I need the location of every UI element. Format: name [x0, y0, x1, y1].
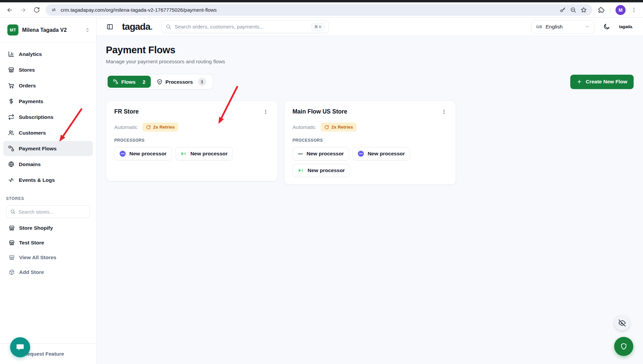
store-search-input[interactable]: [18, 209, 86, 215]
search-icon: [10, 209, 15, 214]
store-icon: [8, 67, 14, 73]
site-settings-icon[interactable]: [51, 7, 57, 13]
processor-label: New processor: [368, 151, 405, 157]
bookmark-star-icon[interactable]: [580, 7, 587, 13]
sidebar-toggle-icon[interactable]: [107, 23, 113, 30]
store-item-shopify[interactable]: Store Shopify: [6, 221, 90, 235]
sidebar-item-payment-flows[interactable]: Payment Flows: [3, 141, 93, 156]
page-title: Payment Flows: [106, 45, 634, 56]
store-icon: [9, 225, 15, 231]
sidebar-item-events-logs[interactable]: Events & Logs: [3, 172, 93, 188]
sidebar-item-label: Domains: [19, 161, 41, 167]
store-search[interactable]: [6, 205, 90, 218]
card-menu-icon[interactable]: [440, 108, 448, 116]
processors-heading: PROCESSORS: [293, 138, 448, 143]
tagada-logo[interactable]: tagada.: [122, 21, 152, 32]
search-icon: [166, 24, 171, 29]
logo-green-dot: .: [150, 21, 152, 32]
dark-mode-moon-icon[interactable]: [603, 23, 610, 30]
chat-widget-button[interactable]: [10, 337, 30, 357]
processors-heading: PROCESSORS: [114, 138, 269, 143]
store-item-label: View All Stores: [19, 254, 56, 261]
browser-tabstrip: [0, 0, 643, 2]
processor-chip[interactable]: New processor: [352, 147, 410, 160]
tab-bar: Flows 2 Processors 3: [106, 74, 213, 89]
browser-back-button[interactable]: [3, 4, 16, 16]
activity-icon: [8, 177, 14, 183]
content-area: Payment Flows Manage your payment proces…: [97, 36, 643, 364]
card-menu-icon[interactable]: [262, 108, 269, 116]
zoom-out-icon[interactable]: [570, 7, 576, 13]
stores-heading: STORES: [6, 196, 90, 201]
processor-chip[interactable]: New processor: [293, 164, 350, 177]
sidebar-item-payments[interactable]: Payments: [3, 94, 93, 109]
bar-chart-icon: [8, 51, 14, 57]
create-new-flow-button[interactable]: Create New Flow: [570, 75, 634, 89]
tab-flows[interactable]: Flows 2: [108, 76, 151, 88]
extensions-icon[interactable]: [598, 7, 604, 13]
sidebar-item-stores[interactable]: Stores: [3, 62, 93, 77]
store-item-view-all[interactable]: View All Stores: [6, 250, 90, 265]
org-name: Milena Tagada V2: [22, 27, 81, 33]
chevron-down-icon: [585, 24, 590, 29]
store-item-test-store[interactable]: Test Store: [6, 235, 90, 250]
flow-mode: Automatic: [293, 124, 316, 130]
tagada-mini-badge: tagada.: [619, 24, 633, 29]
tab-processors[interactable]: Processors 3: [151, 76, 211, 88]
processor-chip[interactable]: New processor: [293, 147, 349, 160]
sidebar-item-domains[interactable]: Domains: [3, 157, 93, 172]
shortcut-badge: ⌘ K: [312, 23, 324, 30]
store-icon: [9, 254, 15, 261]
security-widget-button[interactable]: [614, 337, 633, 356]
password-key-icon[interactable]: [560, 7, 566, 13]
hide-annotations-button[interactable]: [615, 315, 630, 331]
refresh-icon: [146, 125, 151, 130]
sidebar-item-label: Events & Logs: [19, 177, 55, 183]
shopping-cart-icon: [8, 82, 14, 89]
browser-profile-avatar[interactable]: M: [616, 5, 626, 15]
org-switcher[interactable]: MT Milena Tagada V2: [0, 18, 96, 43]
processor-label: New processor: [308, 167, 345, 173]
flow-card-fr-store[interactable]: FR Store Automatic 2x Retries PROCESSORS: [106, 100, 278, 181]
sidebar-item-analytics[interactable]: Analytics: [3, 47, 93, 62]
store-item-label: Add Store: [19, 269, 44, 275]
sidebar-item-label: Subscriptions: [19, 114, 53, 120]
sidebar-nav: Analytics Stores Orders Payments Subscri…: [0, 43, 96, 188]
flow-mode: Automatic: [114, 124, 137, 130]
sidebar-item-subscriptions[interactable]: Subscriptions: [3, 110, 93, 125]
retries-badge: 2x Retries: [142, 123, 179, 132]
url-text[interactable]: crm.tagadapay.com/org/milena-tagada-v2-1…: [61, 7, 556, 13]
tab-label: Processors: [166, 79, 193, 85]
global-search[interactable]: ⌘ K: [161, 20, 329, 33]
eye-off-icon: [619, 319, 626, 326]
browser-forward-button[interactable]: [17, 4, 29, 16]
store-item-label: Store Shopify: [19, 225, 53, 231]
global-search-input[interactable]: [175, 24, 308, 30]
flow-name: Main Flow US Store: [293, 108, 347, 115]
plus-icon: [577, 79, 582, 84]
flow-card-main-flow-us[interactable]: Main Flow US Store Automatic 2x Retries …: [284, 100, 456, 185]
processor-purple-icon: [358, 151, 364, 157]
sidebar-item-label: Payments: [19, 98, 43, 104]
sidebar-item-label: Customers: [19, 130, 46, 136]
shield-check-icon: [157, 79, 163, 85]
sidebar-item-label: Payment Flows: [19, 146, 57, 152]
processor-chip[interactable]: New processor: [114, 147, 172, 160]
sidebar-item-label: Orders: [19, 83, 36, 89]
browser-reload-button[interactable]: [30, 4, 43, 16]
store-icon: [9, 240, 15, 246]
browser-menu-icon[interactable]: [631, 7, 637, 13]
chevrons-up-down-icon: [85, 27, 90, 33]
sidebar-item-orders[interactable]: Orders: [3, 78, 93, 93]
language-select[interactable]: GB English: [531, 20, 594, 33]
sidebar-item-customers[interactable]: Customers: [3, 125, 93, 140]
browser-address-bar[interactable]: crm.tagadapay.com/org/milena-tagada-v2-1…: [46, 4, 592, 16]
processor-chip[interactable]: New processor: [175, 147, 233, 160]
package-icon: [9, 269, 15, 275]
store-item-add-store[interactable]: Add Store: [6, 265, 90, 280]
org-avatar: MT: [7, 24, 18, 35]
tab-count-badge: 3: [198, 78, 206, 86]
request-feature-link[interactable]: Request Feature: [23, 351, 64, 357]
page-subtitle: Manage your payment processors and routi…: [106, 59, 634, 65]
store-list: Store Shopify Test Store View All Stores…: [6, 221, 90, 280]
